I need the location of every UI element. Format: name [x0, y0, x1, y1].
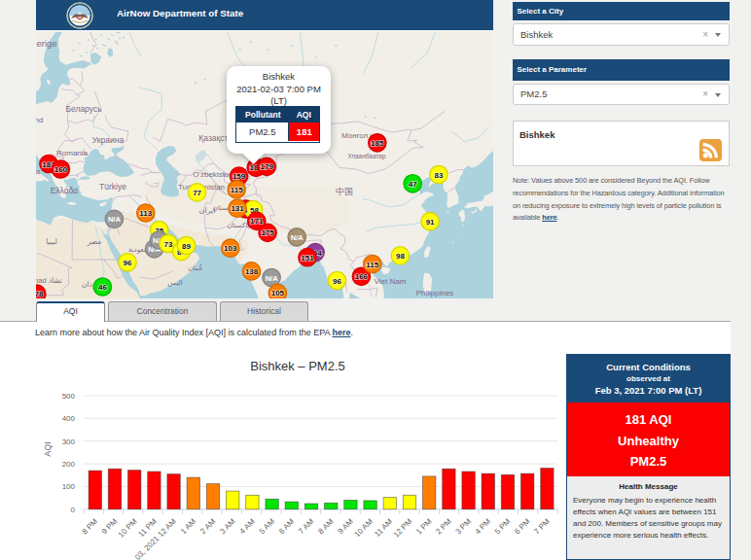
svg-text:115: 115: [231, 186, 243, 194]
svg-text:47: 47: [409, 180, 417, 189]
svg-text:Bishkek – PM2.5: Bishkek – PM2.5: [250, 359, 345, 373]
svg-text:12 PM: 12 PM: [392, 517, 414, 540]
svg-text:151: 151: [301, 254, 314, 262]
svg-text:مصر: مصر: [87, 237, 102, 246]
svg-text:6 PM: 6 PM: [513, 517, 532, 537]
svg-text:98: 98: [396, 252, 405, 261]
svg-text:7 PM: 7 PM: [532, 517, 552, 537]
svg-text:中国: 中国: [336, 187, 353, 196]
svg-text:178: 178: [36, 290, 44, 298]
svg-text:73: 73: [164, 240, 173, 249]
svg-text:'chad تشاد: 'chad تشاد: [36, 276, 62, 285]
svg-text:10 PM: 10 PM: [117, 517, 139, 540]
svg-text:91: 91: [426, 218, 435, 227]
svg-text:Беларусь: Беларусь: [65, 104, 102, 114]
svg-text:N/A: N/A: [266, 274, 279, 283]
svg-text:89: 89: [182, 242, 191, 251]
svg-text:N/A: N/A: [108, 215, 122, 224]
svg-text:83: 83: [435, 171, 444, 180]
svg-text:105: 105: [271, 289, 285, 298]
svg-text:77: 77: [193, 189, 201, 197]
svg-text:300: 300: [62, 438, 76, 446]
svg-text:1 PM: 1 PM: [414, 517, 434, 537]
svg-text:4 PM: 4 PM: [474, 517, 493, 537]
svg-text:175: 175: [261, 228, 274, 237]
svg-text:ليبيا: ليبيا: [46, 237, 56, 246]
svg-text:1 AM: 1 AM: [179, 517, 197, 536]
svg-text:اليمن: اليمن: [167, 279, 183, 287]
svg-text:Ελλάδα: Ελλάδα: [51, 186, 79, 195]
svg-text:500: 500: [62, 392, 76, 401]
svg-text:Viet Nam: Viet Nam: [375, 277, 407, 286]
svg-text:10 AM: 10 AM: [353, 517, 376, 540]
svg-text:N/A: N/A: [291, 233, 304, 242]
svg-text:4 AM: 4 AM: [238, 517, 257, 536]
svg-text:پاکستان: پاکستان: [227, 222, 249, 229]
svg-text:Украина: Украина: [92, 135, 125, 145]
svg-text:2 AM: 2 AM: [198, 517, 217, 536]
svg-text:100: 100: [62, 482, 76, 491]
svg-text:200: 200: [62, 460, 76, 469]
svg-text:8 PM: 8 PM: [81, 517, 100, 537]
svg-text:8 AM: 8 AM: [316, 517, 335, 536]
svg-text:6 AM: 6 AM: [277, 517, 296, 536]
svg-text:Улаанбаатар: Улаанбаатар: [347, 153, 385, 160]
svg-text:3 AM: 3 AM: [218, 517, 236, 536]
svg-text:0: 0: [71, 506, 76, 514]
svg-text:131: 131: [231, 204, 244, 213]
svg-text:96: 96: [333, 277, 341, 286]
svg-text:113: 113: [139, 209, 152, 218]
svg-text:159: 159: [232, 172, 246, 181]
svg-text:Romania: Romania: [56, 149, 89, 158]
svg-text:ia: ia: [36, 167, 41, 176]
svg-text:Türkiye: Türkiye: [99, 182, 126, 192]
svg-text:171: 171: [250, 217, 264, 226]
svg-text:عُمان: عُمان: [188, 263, 203, 271]
svg-text:115: 115: [366, 261, 378, 269]
svg-text:AQI: AQI: [43, 441, 53, 457]
svg-text:103: 103: [224, 244, 237, 253]
svg-text:400: 400: [62, 414, 76, 423]
svg-text:138: 138: [245, 267, 259, 276]
svg-text:erige: erige: [36, 38, 56, 49]
svg-text:7 AM: 7 AM: [297, 517, 315, 536]
svg-text:3 PM: 3 PM: [453, 517, 473, 537]
svg-text:160: 160: [54, 165, 68, 174]
svg-text:2 PM: 2 PM: [434, 517, 453, 537]
svg-text:179: 179: [261, 162, 274, 171]
svg-text:96: 96: [124, 259, 132, 267]
svg-text:185: 185: [371, 139, 384, 148]
svg-text:Philippines: Philippines: [416, 289, 454, 298]
svg-text:O'zbekiston: O'zbekiston: [193, 170, 233, 179]
svg-text:166: 166: [355, 272, 369, 281]
svg-text:11 AM: 11 AM: [373, 517, 394, 539]
svg-text:5 AM: 5 AM: [258, 517, 276, 536]
svg-text:46: 46: [98, 283, 107, 292]
svg-text:5 PM: 5 PM: [493, 517, 513, 537]
svg-text:nd: nd: [36, 116, 43, 124]
